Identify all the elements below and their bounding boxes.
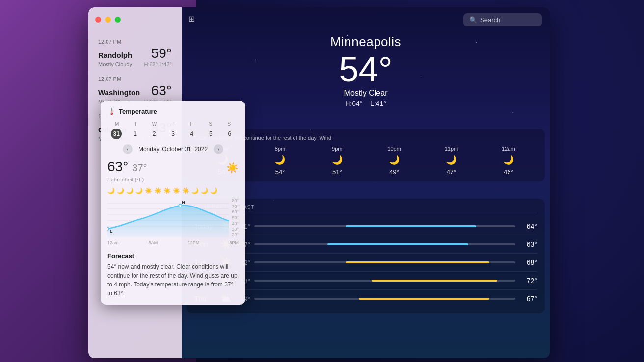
randolph-city-name: Randolph	[98, 51, 132, 59]
randolph-hl: H:62° L:43°	[144, 61, 172, 67]
calendar-prev-button[interactable]: ‹	[123, 144, 133, 154]
chart-x-12pm: 12PM	[188, 240, 200, 245]
popup-title-label: Temperature	[119, 108, 157, 115]
forecast-bar-container	[254, 280, 515, 282]
hourly-temp: 47°	[447, 168, 456, 176]
popup-mini-icon: 🌙	[210, 187, 217, 194]
calendar-day[interactable]: 2	[149, 129, 160, 139]
thermometer-icon: 🌡️	[107, 107, 116, 115]
washington-temp: 63°	[151, 83, 172, 99]
city-high: H:64°	[345, 100, 362, 107]
calendar-day[interactable]: 1	[130, 129, 141, 139]
forecast-row: Mon ☀️ 37° 63°	[194, 235, 537, 254]
forecast-row: Tue ☀️ 42° 68°	[194, 254, 537, 272]
temperature-chart-svg: H L	[107, 198, 239, 237]
forecast-row: Wed ⛅ 53° 72°	[194, 272, 537, 290]
chart-y-50: 50°	[232, 215, 239, 220]
calendar-dow: F	[183, 121, 201, 127]
minimize-button[interactable]	[105, 17, 111, 23]
chart-y-80: 80°	[232, 198, 239, 203]
chart-x-6pm: 6PM	[229, 240, 239, 245]
randolph-time: 12:07 PM	[98, 39, 172, 45]
forecast-bar	[327, 243, 468, 245]
chart-y-40: 40°	[232, 221, 239, 226]
forecast-bar	[359, 298, 489, 300]
hourly-time: 8pm	[275, 146, 285, 152]
chart-y-70: 70°	[232, 204, 239, 209]
city-temp: 54°	[182, 52, 550, 87]
forecast-high: 63°	[519, 240, 537, 248]
chart-x-6am: 6AM	[149, 240, 158, 245]
hourly-temp: 46°	[504, 168, 513, 176]
popup-mini-icon: 🌙	[107, 187, 115, 194]
popup-mini-icon: 🌙	[201, 187, 208, 194]
svg-point-7	[107, 227, 109, 230]
chart-x-labels: 12am 6AM 12PM 6PM	[107, 240, 239, 245]
chart-x-12am: 12am	[107, 240, 119, 245]
search-bar[interactable]: 🔍 Search	[463, 13, 542, 26]
calendar-day[interactable]: 5	[205, 129, 216, 139]
popup-mini-icons-row: 🌙🌙🌙🌙☀️☀️☀️☀️☀️🌙🌙🌙	[107, 187, 239, 194]
forecast-row: Today ☀️ 41° 64°	[194, 217, 537, 235]
hourly-item: 8pm 🌙 54°	[251, 146, 308, 176]
hourly-time: 9pm	[332, 146, 342, 152]
popup-unit-label: Fahrenheit (°F)	[107, 177, 239, 182]
sidebar-toggle-icon[interactable]: ⊞	[188, 14, 195, 24]
forecast-bar	[372, 280, 497, 282]
hourly-item: 11pm 🌙 47°	[423, 146, 480, 176]
calendar-nav: ‹ Monday, October 31, 2022 ›	[107, 144, 239, 154]
chart-y-30: 30°	[232, 227, 239, 232]
calendar-dow: M	[107, 121, 126, 127]
calendar-dow: S	[201, 121, 220, 127]
calendar-day[interactable]: 6	[224, 129, 235, 139]
popup-mini-icon: ☀️	[154, 187, 161, 194]
washington-city-name: Washington	[98, 88, 140, 97]
popup-mini-icon: ☀️	[145, 187, 152, 194]
forecast-bar-container	[254, 298, 515, 300]
calendar-dow-header: MTWTFSS	[107, 121, 239, 127]
calendar-dow: W	[145, 121, 163, 127]
hourly-temp: 49°	[389, 168, 399, 176]
popup-forecast-text: 54° now and mostly clear. Clear conditio…	[107, 262, 239, 298]
popup-mini-icon: ☀️	[163, 187, 171, 194]
calendar-day[interactable]: 31	[111, 129, 122, 139]
forecast-bar	[346, 261, 489, 263]
hourly-row: Now 🌙 54° 8pm 🌙 54° 9pm 🌙 51° 10pm 🌙 49°…	[194, 146, 537, 176]
hourly-item: 10pm 🌙 49°	[366, 146, 423, 176]
hourly-banner: Clear conditions will continue for the r…	[194, 135, 537, 141]
randolph-temp: 59°	[151, 46, 172, 61]
hourly-item: 12am 🌙 46°	[480, 146, 537, 176]
chart-y-60: 60°	[232, 209, 239, 214]
washington-time: 12:07 PM	[98, 76, 172, 82]
calendar-grid: MTWTFSS 31123456	[107, 121, 239, 139]
forecast-header: 📅 10-DAY FORECAST	[194, 205, 537, 213]
forecast-bar	[346, 225, 476, 227]
hourly-item: 9pm 🌙 51°	[309, 146, 366, 176]
randolph-condition: Mostly Cloudy	[98, 61, 132, 67]
hourly-temp: 51°	[332, 168, 342, 176]
popup-sun-icon: ☀️	[226, 162, 239, 174]
hourly-time: 12am	[502, 146, 515, 152]
popup-temp-range: 63° 37° ☀️	[107, 159, 239, 175]
city-condition: Mostly Clear	[182, 89, 550, 98]
sidebar-item-randolph[interactable]: 12:07 PM Randolph 59° Mostly Cloudy H:62…	[91, 34, 179, 70]
calendar-week-row: 31123456	[107, 129, 239, 139]
calendar-day[interactable]: 4	[187, 129, 197, 139]
popup-mini-icon: 🌙	[191, 187, 199, 194]
forecast-rows: Today ☀️ 41° 64° Mon ☀️ 37° 63° Tue ☀️ 4…	[194, 217, 537, 308]
popup-low-temp: 37°	[132, 162, 147, 174]
temperature-popup: 🌡️ Temperature MTWTFSS 31123456 ‹ Monday…	[101, 101, 245, 305]
search-label: Search	[480, 16, 500, 24]
popup-mini-icon: ☀️	[182, 187, 189, 194]
search-icon: 🔍	[469, 16, 477, 24]
calendar-next-button[interactable]: ›	[214, 144, 223, 154]
maximize-button[interactable]	[115, 17, 121, 23]
calendar-day[interactable]: 3	[167, 129, 178, 139]
calendar-month-label: Monday, October 31, 2022	[138, 146, 208, 153]
chart-y-20: 20°	[232, 233, 239, 237]
city-header: Minneapolis 54° Mostly Clear H:64° L:41°	[182, 34, 550, 107]
popup-mini-icon: 🌙	[126, 187, 134, 194]
close-button[interactable]	[95, 17, 101, 23]
city-low: L:41°	[370, 100, 386, 107]
hourly-icon: 🌙	[332, 155, 343, 165]
